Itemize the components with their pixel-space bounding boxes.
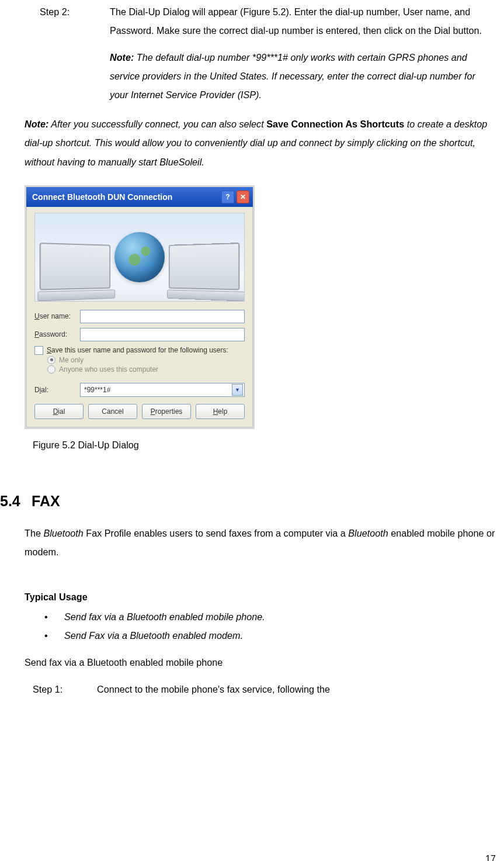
password-row: Password: <box>34 328 245 341</box>
figure-caption: Figure 5.2 Dial-Up Dialog <box>33 440 496 451</box>
step-2-text: The Dial-Up Dialog will appear (Figure 5… <box>110 2 496 40</box>
properties-button[interactable]: Properties <box>142 404 191 419</box>
laptop-right-icon <box>167 243 241 296</box>
dial-button[interactable]: Dial <box>34 404 84 419</box>
list-item: Send fax via a Bluetooth enabled mobile … <box>41 607 496 626</box>
section-heading: 5.4FAX <box>0 493 496 510</box>
dialog-button-row: Dial Cancel Properties Help <box>34 404 245 419</box>
dialog-banner-image <box>34 213 245 302</box>
typical-usage-heading: Typical Usage <box>25 592 496 603</box>
section-number: 5.4 <box>0 493 32 510</box>
fax-intro: The Bluetooth Fax Profile enables users … <box>25 524 496 561</box>
step-1-text: Connect to the mobile phone's fax servic… <box>97 680 496 699</box>
dun-dialog: Connect Bluetooth DUN Connection ? ✕ Use… <box>25 185 255 429</box>
laptop-left-icon <box>37 243 112 296</box>
radio-me-only-row: Me only <box>47 356 245 364</box>
note-inner: Note: The default dial-up number *99***1… <box>110 48 496 104</box>
radio-me-only[interactable] <box>47 356 55 364</box>
save-credentials-label: Save this user name and password for the… <box>47 346 228 354</box>
note-inner-text: The default dial-up number *99***1# only… <box>110 52 475 100</box>
note-outer: Note: After you successfully connect, yo… <box>25 115 496 171</box>
radio-anyone[interactable] <box>47 365 55 374</box>
password-label: Password: <box>34 330 80 338</box>
save-credentials-checkbox[interactable] <box>34 346 43 355</box>
radio-me-only-label: Me only <box>59 356 84 364</box>
dialog-title-text: Connect Bluetooth DUN Connection <box>32 192 172 202</box>
username-row: User name: <box>34 310 245 323</box>
dialog-figure: Connect Bluetooth DUN Connection ? ✕ Use… <box>25 185 496 429</box>
note-inner-label: Note: <box>110 52 134 63</box>
note-outer-pre: After you successfully connect, you can … <box>48 119 266 129</box>
note-outer-label: Note: <box>25 119 48 129</box>
section-title: FAX <box>32 493 60 509</box>
step-1: Step 1: Connect to the mobile phone's fa… <box>33 680 496 699</box>
dial-value: *99***1# <box>84 386 110 394</box>
help-button[interactable]: Help <box>196 404 245 419</box>
password-input[interactable] <box>80 328 245 341</box>
step-2: Step 2: The Dial-Up Dialog will appear (… <box>40 2 496 40</box>
page-number: 17 <box>485 853 496 861</box>
save-credentials-row: Save this user name and password for the… <box>34 346 245 355</box>
username-input[interactable] <box>80 310 245 323</box>
help-icon[interactable]: ? <box>221 191 234 203</box>
radio-anyone-label: Anyone who uses this computer <box>59 365 158 374</box>
step-1-label: Step 1: <box>33 680 97 699</box>
list-item: Send Fax via a Bluetooth enabled modem. <box>41 626 496 645</box>
dial-label: Dial: <box>34 386 80 394</box>
dial-combobox[interactable]: *99***1# ▼ <box>80 383 245 397</box>
chevron-down-icon[interactable]: ▼ <box>232 384 243 396</box>
step-2-label: Step 2: <box>40 2 110 21</box>
cancel-button[interactable]: Cancel <box>88 404 137 419</box>
typical-usage-list: Send fax via a Bluetooth enabled mobile … <box>41 607 496 645</box>
note-outer-strong: Save Connection As Shortcuts <box>266 119 404 129</box>
globe-icon <box>114 232 165 282</box>
close-icon[interactable]: ✕ <box>237 191 249 203</box>
dialog-titlebar: Connect Bluetooth DUN Connection ? ✕ <box>26 187 253 207</box>
send-fax-subheading: Send fax via a Bluetooth enabled mobile … <box>25 653 496 672</box>
dial-row: Dial: *99***1# ▼ <box>34 383 245 397</box>
radio-anyone-row: Anyone who uses this computer <box>47 365 245 374</box>
username-label: User name: <box>34 312 80 320</box>
